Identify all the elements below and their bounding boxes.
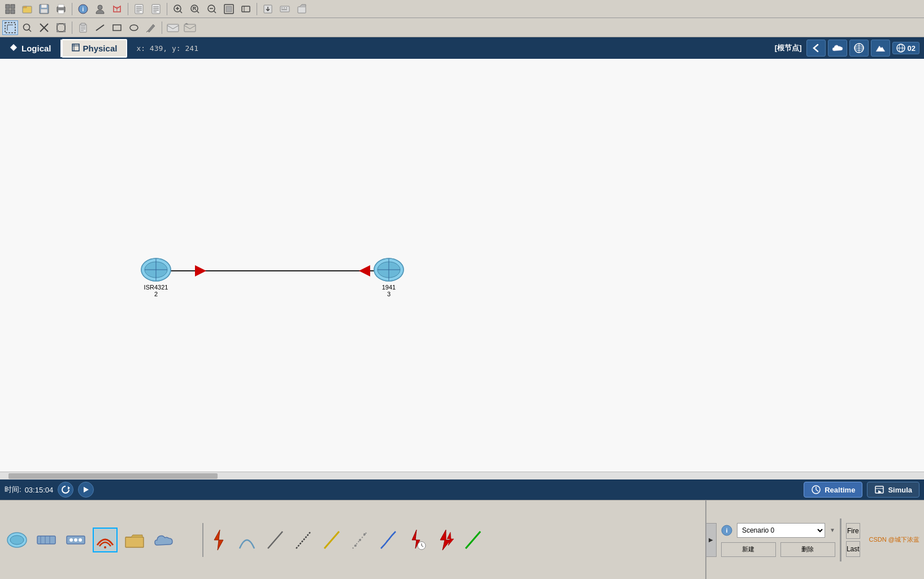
pdu-list-btn[interactable] [131,2,147,16]
router1941-device[interactable]: 1941 3 [373,257,405,297]
router1941-icon [373,257,405,283]
open-btn[interactable] [19,2,35,16]
logical-tab[interactable]: Logical [0,40,62,57]
pdu-simple-btn[interactable] [165,20,181,35]
svg-rect-66 [113,25,121,31]
pdu-complex-btn[interactable] [182,20,198,35]
svg-line-112 [268,532,283,548]
line-tool-btn[interactable] [92,20,108,35]
svg-rect-3 [11,10,15,14]
svg-rect-10 [58,10,64,14]
activity-btn[interactable]: ! [109,2,125,16]
connection-marker-right [359,265,370,276]
horizontal-scrollbar[interactable] [0,472,924,479]
svg-point-101 [10,535,24,545]
svg-point-109 [79,538,82,542]
last-btn[interactable]: Last [846,541,860,557]
straight-conn-btn[interactable] [262,527,288,553]
switch-category-btn[interactable] [34,528,59,552]
blue-conn-btn[interactable] [375,527,401,553]
red-lightning2-conn-btn[interactable] [432,527,458,553]
rect-tool-btn[interactable] [109,20,125,35]
svg-rect-7 [41,9,47,13]
clipboard-btn[interactable] [75,20,91,35]
folder-category-btn[interactable] [122,528,147,552]
svg-line-34 [214,11,216,13]
yellow-conn-btn[interactable] [319,527,345,553]
canvas-area[interactable]: ISR4321 2 1941 3 [0,59,924,472]
zoom-fit-btn[interactable] [221,2,237,16]
play-btn[interactable] [78,482,94,498]
select-all-btn[interactable] [2,2,18,16]
expand-conn-btn[interactable]: ▶ [706,523,717,557]
select-tool-btn[interactable] [2,20,18,35]
svg-point-13 [98,5,102,10]
physical-icon [72,44,80,53]
save-btn[interactable] [36,2,52,16]
csdn-text: CSDN @城下浓蓝 [869,535,919,544]
resize-tool-btn[interactable] [53,20,69,35]
cloud-category-btn[interactable] [151,528,176,552]
scenario-info: i Scenario 0 ▼ [721,523,835,538]
info-btn[interactable]: i [75,2,91,16]
fire-last-panel: Fire Last [841,518,865,561]
back-btn[interactable] [806,40,826,57]
svg-line-31 [197,11,199,13]
scenario-select[interactable]: Scenario 0 [737,523,825,538]
red-lightning-conn-btn[interactable] [404,527,430,553]
keyboard-btn[interactable] [277,2,293,16]
realtime-btn[interactable]: Realtime [804,482,862,498]
dotted2-conn-btn[interactable] [347,527,373,553]
zoom-custom-btn[interactable] [238,2,254,16]
svg-point-107 [70,538,73,542]
svg-rect-0 [6,5,10,8]
export-btn[interactable] [260,2,276,16]
new-scenario-btn[interactable]: 新建 [721,542,776,557]
reset-time-btn[interactable] [58,482,73,498]
time-value: 03:15:04 [25,486,54,494]
search-tool-btn[interactable] [19,20,35,35]
hub-category-btn[interactable] [63,528,88,552]
isr4321-device[interactable]: ISR4321 2 [140,257,172,297]
scrollbar-thumb[interactable] [8,473,218,479]
svg-point-108 [74,538,77,542]
svg-rect-69 [167,24,179,32]
zoom-register-btn[interactable]: R [187,2,203,16]
topology-btn[interactable] [849,40,869,57]
nav-right-controls: [根节点] 02 [775,40,924,57]
svg-point-67 [130,25,138,31]
svg-point-50 [24,24,30,30]
router-category-btn[interactable] [5,528,29,552]
svg-rect-57 [63,23,66,25]
curved-conn-btn[interactable] [234,527,260,553]
top-toolbar: i ! R [0,0,924,18]
3d-view-btn[interactable] [294,2,310,16]
green-conn-btn[interactable] [460,527,486,553]
simulate-label: Simula [888,486,912,494]
delete-tool-btn[interactable] [36,20,52,35]
simulate-btn[interactable]: Simula [867,482,919,498]
zoom-out-btn[interactable] [204,2,220,16]
svg-line-123 [466,532,480,548]
svg-text:!: ! [116,8,118,12]
pdu-list2-btn[interactable] [148,2,164,16]
dotted-conn-btn[interactable] [290,527,316,553]
zoom-in-region-btn[interactable] [170,2,186,16]
cloud-btn[interactable] [828,40,847,57]
svg-point-118 [363,533,366,535]
user-btn[interactable] [92,2,108,16]
globe-btn[interactable]: 02 [892,42,919,54]
delete-scenario-btn[interactable]: 删除 [780,542,835,557]
svg-rect-2 [6,10,10,14]
mountain-btn[interactable] [871,40,890,57]
wireless-category-btn[interactable] [93,528,118,552]
lightning-conn-btn[interactable] [206,527,232,553]
print-btn[interactable] [53,2,69,16]
csdn-panel: CSDN @城下浓蓝 [865,531,924,548]
logical-icon [9,43,18,54]
time-display: 时间: 03:15:04 [5,485,53,495]
ellipse-tool-btn[interactable] [126,20,142,35]
pen-tool-btn[interactable] [143,20,159,35]
fire-btn[interactable]: Fire [846,523,860,539]
physical-tab[interactable]: Physical [62,39,128,58]
